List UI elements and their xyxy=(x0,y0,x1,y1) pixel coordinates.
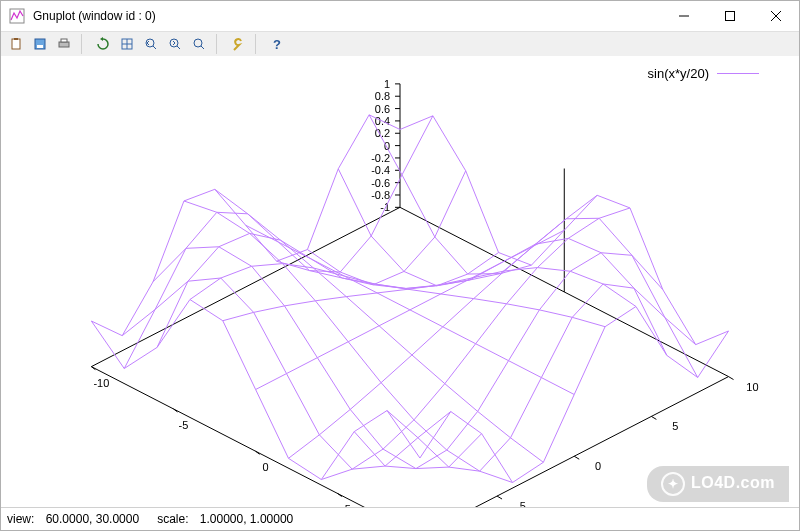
svg-line-19 xyxy=(201,46,204,49)
svg-line-17 xyxy=(177,46,180,49)
svg-text:0: 0 xyxy=(384,140,390,152)
svg-text:0.8: 0.8 xyxy=(375,90,390,102)
svg-rect-5 xyxy=(12,39,20,49)
zoom-next-icon xyxy=(168,37,182,51)
toolbar-separator xyxy=(81,34,88,54)
legend-label: sin(x*y/20) xyxy=(648,66,709,81)
svg-text:-0.4: -0.4 xyxy=(371,164,390,176)
floppy-icon xyxy=(33,37,47,51)
app-icon xyxy=(9,8,25,24)
svg-point-16 xyxy=(170,39,178,47)
status-scale-label: scale: xyxy=(157,512,188,526)
plot-canvas[interactable]: sin(x*y/20) -10-50510-10-50510-1-0.8-0.6… xyxy=(1,56,799,508)
toolbar: ? xyxy=(1,32,799,57)
svg-text:-0.2: -0.2 xyxy=(371,152,390,164)
status-scale-value: 1.00000, 1.00000 xyxy=(200,512,293,526)
svg-rect-8 xyxy=(37,45,43,48)
svg-text:1: 1 xyxy=(384,78,390,90)
zoom-prev-button[interactable] xyxy=(140,33,162,55)
status-bar: view: 60.0000, 30.0000 scale: 1.00000, 1… xyxy=(1,507,799,530)
svg-text:0: 0 xyxy=(263,461,269,473)
config-button[interactable] xyxy=(227,33,249,55)
toolbar-separator xyxy=(216,34,223,54)
wrench-icon xyxy=(231,37,245,51)
help-button[interactable]: ? xyxy=(266,33,288,55)
close-button[interactable] xyxy=(753,1,799,31)
window-title: Gnuplot (window id : 0) xyxy=(33,9,661,23)
autoscale-button[interactable] xyxy=(188,33,210,55)
plot-svg: -10-50510-10-50510-1-0.8-0.6-0.4-0.200.2… xyxy=(1,56,799,508)
replot-button[interactable] xyxy=(92,33,114,55)
autoscale-icon xyxy=(192,37,206,51)
clipboard-icon xyxy=(9,37,23,51)
grid-icon xyxy=(120,37,134,51)
minimize-button[interactable] xyxy=(661,1,707,31)
svg-line-4 xyxy=(771,11,781,21)
save-button[interactable] xyxy=(29,33,51,55)
titlebar: Gnuplot (window id : 0) xyxy=(1,1,799,32)
toolbar-separator xyxy=(255,34,262,54)
svg-line-15 xyxy=(153,46,156,49)
svg-line-36 xyxy=(651,416,656,419)
svg-text:-10: -10 xyxy=(93,377,109,389)
print-button[interactable] xyxy=(53,33,75,55)
zoom-next-button[interactable] xyxy=(164,33,186,55)
zoom-prev-icon xyxy=(144,37,158,51)
refresh-icon xyxy=(96,37,110,51)
grid-button[interactable] xyxy=(116,33,138,55)
svg-rect-2 xyxy=(726,12,735,21)
svg-point-18 xyxy=(194,39,202,47)
svg-rect-9 xyxy=(59,42,69,47)
legend: sin(x*y/20) xyxy=(648,66,759,81)
printer-icon xyxy=(57,37,71,51)
window-buttons xyxy=(661,1,799,31)
svg-rect-10 xyxy=(61,39,67,42)
status-view-label: view: xyxy=(7,512,34,526)
status-view-value: 60.0000, 30.0000 xyxy=(46,512,139,526)
svg-text:-0.6: -0.6 xyxy=(371,177,390,189)
svg-line-34 xyxy=(574,456,579,459)
svg-line-32 xyxy=(497,496,502,499)
svg-text:5: 5 xyxy=(672,420,678,432)
svg-text:0.6: 0.6 xyxy=(375,103,390,115)
svg-line-38 xyxy=(729,377,734,380)
svg-text:-5: -5 xyxy=(179,419,189,431)
maximize-button[interactable] xyxy=(707,1,753,31)
svg-text:-0.8: -0.8 xyxy=(371,189,390,201)
legend-swatch xyxy=(717,73,759,74)
help-icon: ? xyxy=(273,37,281,52)
svg-line-3 xyxy=(771,11,781,21)
svg-text:0: 0 xyxy=(595,460,601,472)
svg-text:10: 10 xyxy=(746,381,758,393)
app-window: Gnuplot (window id : 0) xyxy=(0,0,800,531)
copy-clipboard-button[interactable] xyxy=(5,33,27,55)
svg-rect-6 xyxy=(14,38,18,40)
